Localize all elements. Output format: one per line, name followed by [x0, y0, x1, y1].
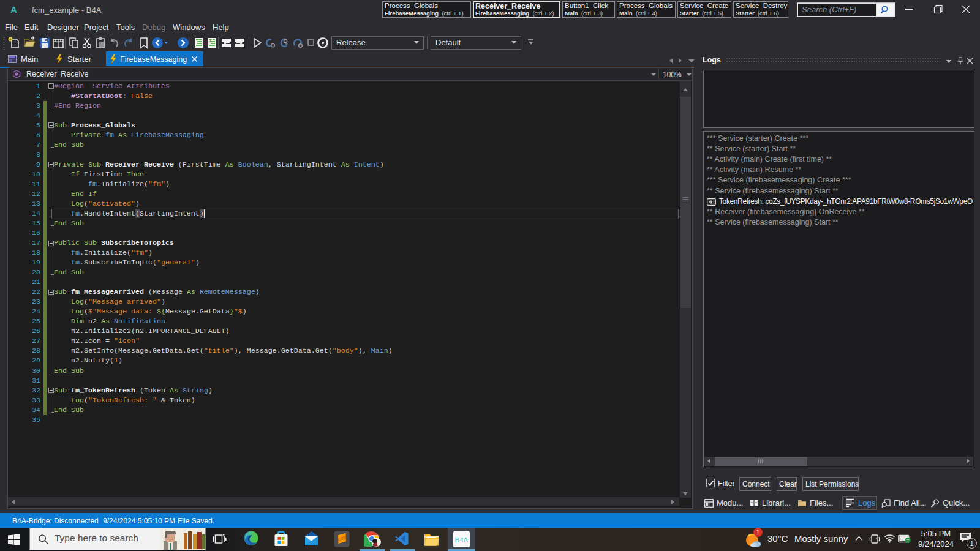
svg-text:?: ? — [209, 37, 212, 43]
